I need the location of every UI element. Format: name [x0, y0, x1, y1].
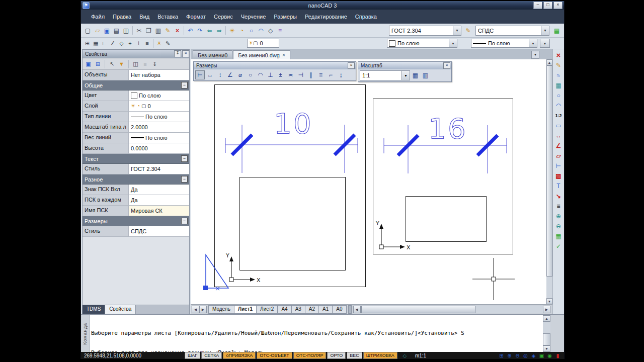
chevron-down-icon[interactable]: ▾ — [401, 71, 410, 80]
menu-insert[interactable]: Вставка — [153, 12, 182, 21]
scale-1-2-icon[interactable]: 1:2 — [554, 111, 563, 120]
vertical-scrollbar[interactable]: ▲ ▼ — [546, 59, 552, 304]
pencil-icon[interactable]: ✎ — [554, 61, 563, 69]
sheet-tab-list2[interactable]: Лист2 — [257, 305, 278, 314]
chevron-down-icon[interactable]: ▾ — [453, 26, 461, 35]
erase-icon[interactable]: × — [173, 26, 182, 35]
cut-icon[interactable]: ✂ — [134, 26, 144, 35]
dim-tolerance-icon[interactable]: ± — [276, 70, 285, 79]
zoom-in-icon[interactable]: ⊕ — [554, 212, 563, 220]
prop-value[interactable]: Да — [129, 195, 189, 205]
prop-value[interactable]: Да — [129, 185, 189, 195]
sheet-tab-list1[interactable]: Лист1 — [234, 305, 257, 314]
otrack-icon[interactable]: + — [126, 39, 134, 48]
dim-diameter-icon[interactable]: ⌀ — [235, 70, 245, 79]
maximize-button[interactable]: □ — [543, 2, 552, 9]
prop-section-misc[interactable]: Разное − — [83, 174, 189, 185]
polar-icon[interactable]: ∠ — [109, 39, 117, 48]
chevron-down-icon[interactable]: ▾ — [541, 26, 549, 35]
prop-value[interactable]: 0.0000 — [129, 143, 189, 153]
prop-section-general[interactable]: Общие − — [83, 80, 189, 90]
check-green-icon[interactable]: ✓ — [554, 242, 563, 250]
scale-combo[interactable]: 1:1 ▾ — [360, 70, 410, 80]
rectangle-icon[interactable]: ▭ — [554, 121, 563, 130]
new-icon[interactable]: ▢ — [83, 26, 93, 35]
sheet-tab-a2[interactable]: А2 — [305, 305, 319, 314]
dim-style-combo[interactable]: СПДС ▾ — [475, 26, 549, 36]
osnap-mode-icon[interactable]: ◇ — [117, 39, 126, 48]
menu-view[interactable]: Вид — [135, 12, 153, 21]
scroll-down-icon[interactable]: ▼ — [543, 345, 550, 352]
dimensions-toolbar-title[interactable]: Размеры × — [194, 62, 356, 69]
erase-red-icon[interactable]: × — [554, 51, 563, 59]
color-combo[interactable]: По слою ▾ — [387, 39, 457, 48]
zoom-extents-icon[interactable]: ◎ — [522, 352, 529, 358]
toggle-osnap[interactable]: оПРИВЯЗКА — [223, 352, 256, 359]
measure-angle-icon[interactable]: ∠ — [554, 141, 563, 150]
prop-section-text[interactable]: Текст − — [83, 154, 189, 164]
horizontal-scrollbar[interactable]: ◀ ▶ — [353, 306, 550, 313]
toggle-otrack-polar[interactable]: ОТС-ПОЛЯР — [293, 352, 327, 359]
arc-tool-icon[interactable]: ◠ — [256, 26, 266, 35]
toggle-grid[interactable]: СЕТКА — [201, 352, 222, 359]
sheet-tab-a0[interactable]: А0 — [333, 305, 346, 314]
link-back-icon[interactable]: ⇐ — [205, 26, 214, 35]
close-tab-icon[interactable]: × — [282, 51, 285, 59]
grid-icon[interactable]: ▦ — [92, 39, 100, 48]
layer-field[interactable]: ☀ ▢ 0 — [247, 39, 279, 48]
collapse-icon[interactable]: − — [181, 176, 188, 183]
drawing-canvas[interactable]: 10 16 — [191, 59, 546, 304]
zoom-window-icon[interactable]: ⊞ — [498, 352, 505, 358]
copy-icon[interactable]: ❐ — [144, 26, 153, 35]
sheet-tab-model[interactable]: Модель — [208, 305, 234, 314]
dim-ordinate-icon[interactable]: ≡ — [316, 70, 326, 79]
scroll-left-icon[interactable]: ◀ — [353, 306, 361, 313]
grid-green-icon[interactable]: ▦ — [554, 232, 563, 240]
chevron-down-icon[interactable]: ▾ — [540, 39, 549, 47]
close-icon[interactable]: × — [348, 62, 355, 69]
lineweight-combo[interactable]: ▾ — [540, 39, 550, 48]
props-icon[interactable]: ≡ — [554, 202, 563, 210]
scroll-up-icon[interactable]: ▲ — [546, 59, 552, 65]
prop-value[interactable]: Мировая СК — [129, 206, 189, 216]
prop-value[interactable]: По слою — [129, 90, 189, 101]
toggle-snap[interactable]: ШАГ — [185, 352, 200, 359]
linetype-combo[interactable]: По слою ▾ — [471, 39, 537, 48]
dim-arc-icon[interactable]: ◠ — [256, 70, 265, 79]
table-icon[interactable]: ▦ — [552, 26, 561, 35]
scale-toolbar[interactable]: Масштаб × 1:1 ▾ ▦ ▥ — [358, 61, 452, 82]
undo-icon[interactable]: ↶ — [186, 26, 195, 35]
toggle-lineweight[interactable]: ВЕС — [347, 352, 362, 359]
scroll-right-icon[interactable]: ▶ — [543, 306, 550, 313]
table-teal-icon[interactable]: ▦ — [554, 81, 563, 89]
layer-edit-icon[interactable]: ✎ — [164, 39, 172, 48]
quick-select-icon[interactable]: ⊞ — [94, 60, 102, 68]
pin-panel-icon[interactable]: ↧ — [150, 60, 159, 68]
dim-horizontal-icon[interactable]: ↔ — [205, 70, 215, 79]
sheet-tab-a3[interactable]: А3 — [292, 305, 305, 314]
command-panel-tab[interactable]: Команда — [81, 315, 90, 352]
dim-parallel-icon[interactable]: ∥ — [306, 70, 315, 79]
osnap-indicator-icon[interactable]: ◇ — [401, 352, 408, 358]
close-panel-icon[interactable]: × — [182, 50, 189, 57]
menu-dimensions[interactable]: Размеры — [270, 12, 301, 21]
prop-value[interactable]: По слою — [129, 112, 189, 122]
preview-icon[interactable]: ◫ — [121, 26, 131, 35]
text-style-edit-icon[interactable]: ✎ — [463, 26, 473, 35]
scroll-down-icon[interactable]: ▼ — [546, 298, 552, 304]
menu-file[interactable]: Файл — [87, 12, 109, 21]
dim-angular-icon[interactable]: ∠ — [225, 70, 235, 79]
title-bar[interactable]: ⚑ nanoCAD 3 – □ × — [81, 1, 564, 10]
arc-icon[interactable]: ◠ — [554, 101, 563, 110]
sheet-next-icon[interactable]: ▶ — [199, 306, 207, 313]
scrollbar-thumb[interactable] — [546, 65, 552, 277]
chevron-down-icon[interactable]: ▾ — [449, 39, 457, 47]
dim-perpendicular-icon[interactable]: ⊥ — [266, 70, 275, 79]
prop-value[interactable]: ☀ ◔ ▢ 0 — [129, 101, 189, 111]
refresh-icon[interactable]: ◉ — [546, 352, 553, 358]
open-icon[interactable]: ▱ — [93, 26, 102, 35]
toggle-ortho[interactable]: ОРТО — [327, 352, 346, 359]
prop-value[interactable]: СПДС — [129, 226, 189, 236]
select-all-icon[interactable]: ▣ — [84, 60, 93, 68]
ok-icon[interactable]: ▣ — [538, 352, 545, 358]
